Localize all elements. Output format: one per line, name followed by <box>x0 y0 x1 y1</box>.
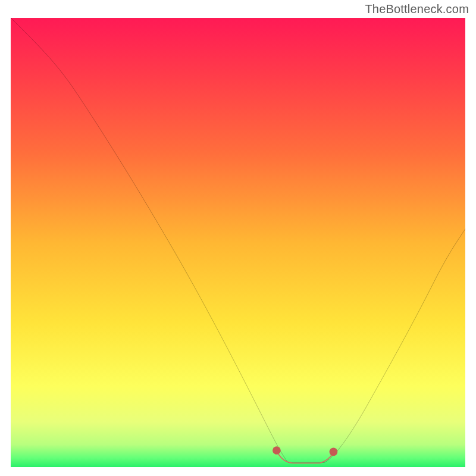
valley-marker-dot-left <box>273 446 281 455</box>
valley-marker-dot-right <box>330 448 338 456</box>
bottleneck-curve <box>11 18 465 467</box>
valley-marker-segment <box>277 452 334 464</box>
curve-path <box>11 18 465 462</box>
plot-area <box>11 18 465 467</box>
watermark-text: TheBottleneck.com <box>365 2 469 16</box>
chart-stage: TheBottleneck.com <box>0 0 476 476</box>
